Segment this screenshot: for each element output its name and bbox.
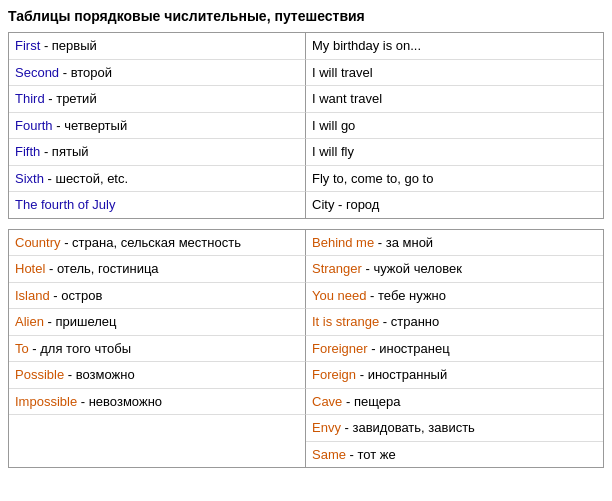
table-row: Island - остров <box>9 283 306 310</box>
table-2: Country - страна, сельская местностьBehi… <box>8 229 604 469</box>
table-row: Alien - пришелец <box>9 309 306 336</box>
table-cell: You need - тебе нужно <box>306 283 603 310</box>
table-cell: Same - тот же <box>306 442 603 468</box>
table-row: Possible - возможно <box>9 362 306 389</box>
table-row: Fourth - четвертый <box>9 113 306 140</box>
table-1: First - первыйMy birthday is on...Second… <box>8 32 604 219</box>
table-row: Third - третий <box>9 86 306 113</box>
table-cell: I will fly <box>306 139 603 166</box>
table-row: First - первый <box>9 33 306 60</box>
table-cell: City - город <box>306 192 603 218</box>
table-cell: I want travel <box>306 86 603 113</box>
table-row: Hotel - отель, гостиница <box>9 256 306 283</box>
table-row: Second - второй <box>9 60 306 87</box>
table-cell: It is strange - странно <box>306 309 603 336</box>
table-row: To - для того чтобы <box>9 336 306 363</box>
table-row: Sixth - шестой, etc. <box>9 166 306 193</box>
table-row: Impossible - невозможно <box>9 389 306 416</box>
table-cell: Fly to, come to, go to <box>306 166 603 193</box>
table-cell: Cave - пещера <box>306 389 603 416</box>
table-row: Country - страна, сельская местность <box>9 230 306 257</box>
table-row: Fifth - пятый <box>9 139 306 166</box>
table-cell: My birthday is on... <box>306 33 603 60</box>
table-cell: Behind me - за мной <box>306 230 603 257</box>
table-cell: Envy - завидовать, зависть <box>306 415 603 442</box>
table-cell: Foreigner - иностранец <box>306 336 603 363</box>
table-row <box>9 415 306 442</box>
table-row: The fourth of July <box>9 192 306 218</box>
table-cell: Stranger - чужой человек <box>306 256 603 283</box>
table-row <box>9 442 306 468</box>
page-title: Таблицы порядковые числительные, путешес… <box>8 8 604 24</box>
table-cell: I will travel <box>306 60 603 87</box>
table-cell: I will go <box>306 113 603 140</box>
table-cell: Foreign - иностранный <box>306 362 603 389</box>
